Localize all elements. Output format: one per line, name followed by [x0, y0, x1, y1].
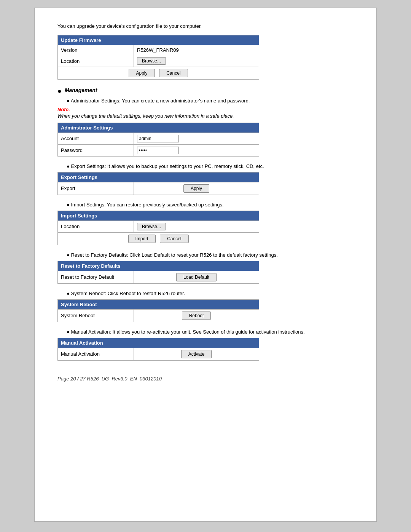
firmware-location-cell: Browse...	[134, 55, 259, 67]
import-button[interactable]: Import	[128, 235, 156, 243]
reset-factory-sub: Reset to Factory Defaults: Click Load De…	[67, 252, 354, 258]
note-text: When you change the default settings, ke…	[57, 113, 354, 119]
load-default-cell: Load Default	[134, 271, 259, 283]
management-section: ● Management	[57, 87, 354, 96]
page-footer: Page 20 / 27 R526_UG_Rev3.0_EN_03012010	[57, 376, 354, 382]
firmware-browse-button[interactable]: Browse...	[137, 57, 166, 65]
system-reboot-header: System Reboot	[58, 299, 259, 309]
export-apply-button[interactable]: Apply	[183, 184, 209, 193]
admin-settings-header: Adminstrator Settings	[58, 123, 259, 133]
import-btn-row: Import Cancel	[58, 232, 259, 245]
reset-factory-table: Reset to Factory Defaults Reset to Facto…	[57, 261, 259, 284]
management-title: Management	[65, 87, 97, 93]
manual-activation-header: Manual Activation	[58, 338, 259, 348]
firmware-btn-row: Apply Cancel	[58, 67, 259, 80]
admin-settings-sub: Administrator Settings: You can create a…	[67, 98, 354, 104]
firmware-apply-button[interactable]: Apply	[129, 69, 155, 77]
version-value: R526W_FRANR09	[134, 45, 259, 55]
firmware-location-label: Location	[58, 55, 134, 67]
firmware-cancel-button[interactable]: Cancel	[159, 69, 188, 77]
export-settings-header: Export Settings	[58, 172, 259, 182]
admin-settings-table: Adminstrator Settings Account Password	[57, 123, 259, 157]
manual-activation-sub: Manual Activation: It allows you to re-a…	[67, 329, 354, 335]
reset-factory-label: Reset to Factory Default	[58, 271, 134, 283]
import-location-cell: Browse...	[134, 220, 259, 232]
export-settings-sub: Export Settings: It allows you to backup…	[67, 163, 354, 169]
update-firmware-table: Update Firmware Version R526W_FRANR09 Lo…	[57, 35, 259, 80]
import-settings-table: Import Settings Location Browse... Impor…	[57, 211, 259, 245]
manual-activation-table: Manual Activation Manual Activation Acti…	[57, 338, 259, 361]
account-value-cell	[134, 133, 259, 144]
import-cancel-button[interactable]: Cancel	[160, 235, 188, 243]
account-label: Account	[58, 133, 134, 144]
system-reboot-table: System Reboot System Reboot Reboot	[57, 299, 259, 322]
import-settings-sub: Import Settings: You can restore previou…	[67, 202, 354, 208]
note-label: Note.	[57, 107, 354, 112]
import-settings-header: Import Settings	[58, 211, 259, 220]
system-reboot-label: System Reboot	[58, 309, 134, 322]
password-label: Password	[58, 144, 134, 156]
activate-button[interactable]: Activate	[181, 350, 212, 358]
import-browse-button[interactable]: Browse...	[137, 223, 166, 230]
password-value-cell	[134, 144, 259, 156]
update-firmware-header: Update Firmware	[58, 35, 259, 45]
reset-factory-header: Reset to Factory Defaults	[58, 261, 259, 271]
reboot-button[interactable]: Reboot	[182, 312, 211, 320]
manual-activation-label: Manual Activation	[58, 348, 134, 360]
version-label: Version	[58, 45, 134, 55]
import-location-label: Location	[58, 220, 134, 232]
reboot-cell: Reboot	[134, 309, 259, 322]
page: You can upgrade your device's configurat…	[34, 8, 377, 522]
system-reboot-sub: System Reboot: Click Reboot to restart R…	[67, 291, 354, 296]
intro-text: You can upgrade your device's configurat…	[57, 23, 354, 29]
account-input[interactable]	[137, 135, 179, 142]
load-default-button[interactable]: Load Default	[176, 273, 217, 281]
activate-cell: Activate	[134, 348, 259, 360]
export-settings-table: Export Settings Export Apply	[57, 172, 259, 195]
export-apply-cell: Apply	[134, 182, 259, 195]
export-label: Export	[58, 182, 134, 195]
management-bullet: ●	[57, 87, 62, 96]
password-input[interactable]	[137, 147, 179, 154]
